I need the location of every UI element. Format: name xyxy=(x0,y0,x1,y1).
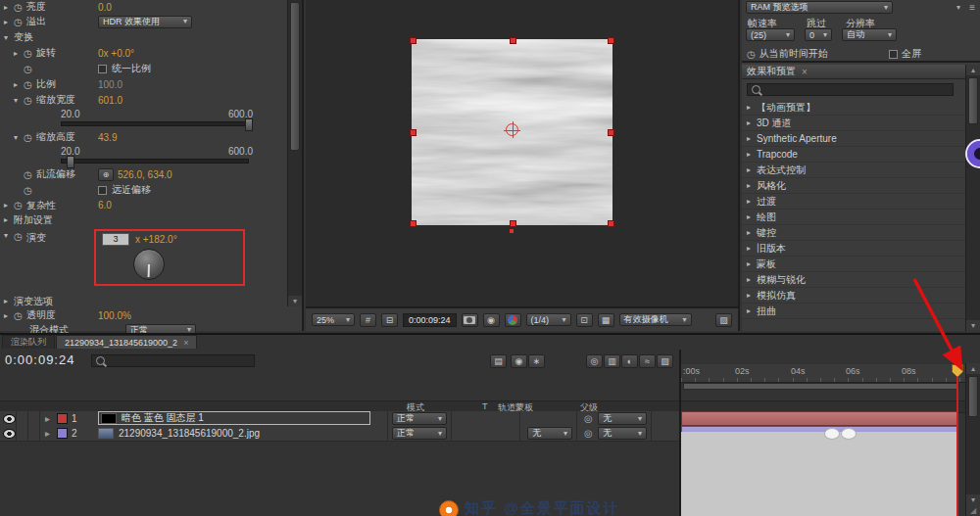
expand-arrow-icon[interactable]: ▸ xyxy=(4,297,14,305)
resolution-dropdown[interactable]: (1/4) ▾ xyxy=(526,313,571,326)
graph-editor-icon[interactable]: ▨ xyxy=(657,354,673,368)
scroll-down-icon[interactable]: ▾ xyxy=(288,296,302,306)
collapse-arrow-icon[interactable]: ▾ xyxy=(4,231,14,240)
expand-arrow-icon[interactable]: ▸ xyxy=(4,311,14,320)
show-snapshot-icon[interactable]: ◉ xyxy=(483,313,500,327)
scroll-down-icon[interactable]: ▾ xyxy=(966,494,980,505)
blend-mode-dropdown[interactable]: 正常▾ xyxy=(392,427,447,440)
effects-category[interactable]: ▸风格化 xyxy=(742,178,965,194)
expand-arrow-icon[interactable]: ▸ xyxy=(747,275,757,284)
layer-visibility-icon[interactable] xyxy=(3,414,16,424)
collapse-arrow-icon[interactable]: ▾ xyxy=(4,33,14,42)
uniform-scale-checkbox[interactable] xyxy=(98,65,107,73)
expand-arrow-icon[interactable]: ▸ xyxy=(747,212,757,221)
stopwatch-icon[interactable]: ◷ xyxy=(14,231,26,242)
effects-category[interactable]: ▸Synthetic Aperture xyxy=(742,131,965,147)
stopwatch-icon[interactable]: ◷ xyxy=(24,64,36,74)
resize-grip-icon[interactable]: ◢ xyxy=(966,505,980,516)
timeline-search-input[interactable] xyxy=(91,354,255,367)
effects-category[interactable]: ▸3D 通道 xyxy=(742,116,965,131)
effects-category[interactable]: ▸Trapcode xyxy=(742,147,965,163)
scrollbar-thumb[interactable] xyxy=(290,2,300,151)
layer1-duration-bar[interactable] xyxy=(681,411,958,426)
brainstorm-icon[interactable]: ≈ xyxy=(639,354,656,368)
scroll-up-icon[interactable]: ▴ xyxy=(966,65,980,75)
collapse-arrow-icon[interactable]: ▾ xyxy=(14,96,24,105)
expand-arrow-icon[interactable]: ▸ xyxy=(4,3,14,12)
stopwatch-icon[interactable]: ◷ xyxy=(14,310,26,321)
layer-name[interactable]: 21290934_131845619000_2.jpg xyxy=(119,428,260,439)
expand-arrow-icon[interactable]: ▸ xyxy=(747,197,757,206)
expand-arrow-icon[interactable]: ▸ xyxy=(747,181,757,190)
perspective-offset-checkbox[interactable] xyxy=(98,186,107,195)
expand-arrow-icon[interactable]: ▸ xyxy=(4,18,14,26)
transform-handle[interactable] xyxy=(410,129,416,136)
tab-render-queue[interactable]: 渲染队列 xyxy=(2,335,55,349)
zoom-dropdown[interactable]: 25% ▾ xyxy=(312,313,355,326)
stopwatch-icon[interactable]: ◷ xyxy=(24,79,36,90)
effect-point-marker[interactable] xyxy=(510,229,514,233)
skip-dropdown[interactable]: 0 ▾ xyxy=(805,28,832,41)
ram-preview-dropdown[interactable]: RAM 预览选项 ▾ xyxy=(746,1,893,14)
property-value[interactable]: 526.0, 634.0 xyxy=(118,169,172,180)
effects-category[interactable]: ▸绘图 xyxy=(742,210,965,225)
current-timecode[interactable]: 0:00:09:24 xyxy=(5,352,74,367)
layer-name-box[interactable]: 暗色 蓝色 固态层 1 xyxy=(98,411,370,425)
stopwatch-icon[interactable]: ◷ xyxy=(24,185,36,196)
pick-whip-icon[interactable]: ◎ xyxy=(584,426,593,441)
effects-search-input[interactable] xyxy=(747,83,954,96)
mini-flowchart-icon[interactable]: ▤ xyxy=(490,354,507,368)
pick-whip-icon[interactable]: ◎ xyxy=(584,411,593,426)
overflow-dropdown[interactable]: HDR 效果使用 ▾ xyxy=(98,16,192,28)
layer-expand-icon[interactable]: ▸ xyxy=(45,426,50,441)
expand-arrow-icon[interactable]: ▸ xyxy=(747,118,757,127)
effect-controls-scrollbar[interactable]: ▾ xyxy=(287,0,302,306)
transform-handle[interactable] xyxy=(410,220,416,227)
property-value[interactable]: 6.0 xyxy=(98,200,112,211)
stopwatch-icon[interactable]: ◷ xyxy=(14,17,26,27)
property-value[interactable]: 100.0% xyxy=(98,310,131,321)
preserve-transparency-header[interactable]: T xyxy=(482,401,488,411)
shy-layers-icon[interactable]: ◎ xyxy=(586,354,603,368)
effects-category[interactable]: ▸过渡 xyxy=(742,194,965,210)
stopwatch-icon[interactable]: ◷ xyxy=(14,2,26,13)
close-icon[interactable]: × xyxy=(183,338,188,348)
fullscreen-checkbox[interactable] xyxy=(889,50,898,59)
expand-arrow-icon[interactable]: ▸ xyxy=(747,259,757,268)
frame-rate-dropdown[interactable]: (25) ▾ xyxy=(746,28,795,41)
scale-height-slider[interactable] xyxy=(61,159,249,164)
effect-point-icon[interactable]: ⊕ xyxy=(98,168,114,181)
expand-arrow-icon[interactable]: ▸ xyxy=(747,165,757,174)
mask-visibility-icon[interactable]: ⊟ xyxy=(381,313,398,327)
motion-blur-icon[interactable]: ◐ xyxy=(621,354,638,368)
stopwatch-icon[interactable]: ◷ xyxy=(24,132,36,143)
region-of-interest-icon[interactable]: ⊡ xyxy=(576,313,593,327)
layer-color-swatch[interactable] xyxy=(57,428,68,439)
camera-view-dropdown[interactable]: 有效摄像机 ▾ xyxy=(619,313,692,326)
draft-3d-icon[interactable]: ∗ xyxy=(528,354,545,368)
parent-dropdown[interactable]: 无▾ xyxy=(598,412,647,425)
expand-arrow-icon[interactable]: ▸ xyxy=(747,103,757,112)
expand-arrow-icon[interactable]: ▸ xyxy=(14,80,24,89)
effects-category[interactable]: ▸键控 xyxy=(742,225,965,241)
scale-width-slider[interactable] xyxy=(61,121,249,126)
ram-resolution-dropdown[interactable]: 自动 ▾ xyxy=(842,28,897,41)
stopwatch-icon[interactable]: ◷ xyxy=(24,169,36,180)
property-value[interactable]: 601.0 xyxy=(98,95,122,106)
effects-category[interactable]: ▸表达式控制 xyxy=(742,163,965,178)
track-matte-dropdown[interactable]: 无▾ xyxy=(527,427,572,440)
close-icon[interactable]: × xyxy=(802,67,808,77)
property-value[interactable]: 43.9 xyxy=(98,132,117,143)
viewer-timecode[interactable]: 0:00:09:24 xyxy=(403,313,457,327)
expand-arrow-icon[interactable]: ▸ xyxy=(14,49,24,58)
layer-expand-icon[interactable]: ▸ xyxy=(45,411,50,426)
work-area-bar[interactable] xyxy=(683,383,959,390)
grid-guides-icon[interactable]: # xyxy=(360,313,376,327)
tab-composition[interactable]: 21290934_131845619000_2 × xyxy=(56,335,197,349)
expand-arrow-icon[interactable]: ▸ xyxy=(4,201,14,210)
expand-arrow-icon[interactable]: ▸ xyxy=(4,215,14,224)
transform-handle[interactable] xyxy=(510,37,516,44)
parent-dropdown[interactable]: 无▾ xyxy=(598,427,647,440)
pixel-aspect-icon[interactable]: ▨ xyxy=(715,313,732,327)
effects-presets-header[interactable]: 效果和预置 × ≡ xyxy=(742,65,980,79)
